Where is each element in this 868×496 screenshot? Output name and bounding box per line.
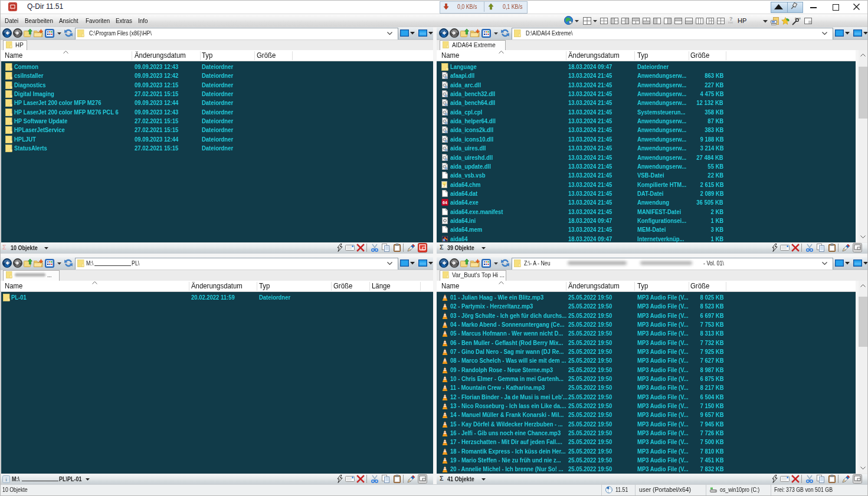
svg-text:?: ? — [443, 183, 446, 188]
svg-text:Σ: Σ — [2, 244, 6, 251]
svg-text:zoom: zoom — [795, 17, 801, 20]
svg-text:64: 64 — [443, 201, 447, 205]
svg-text:Σ: Σ — [440, 475, 444, 482]
svg-text:inet: inet — [728, 21, 733, 24]
svg-text:Σ: Σ — [440, 244, 444, 251]
